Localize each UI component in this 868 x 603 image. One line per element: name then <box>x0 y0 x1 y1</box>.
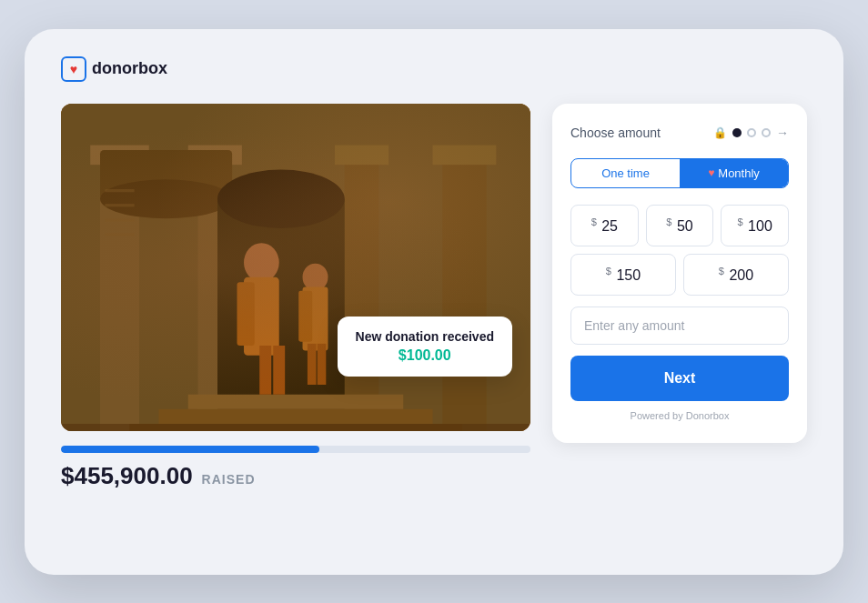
svg-rect-32 <box>105 233 134 236</box>
svg-rect-13 <box>188 394 404 408</box>
raised-label: RAISED <box>202 472 256 487</box>
notification-amount: $100.00 <box>356 347 494 364</box>
currency-symbol-2: $ <box>666 216 671 227</box>
progress-section: $455,900.00 RAISED <box>61 446 530 490</box>
raised-amount: $455,900.00 RAISED <box>61 462 530 490</box>
svg-rect-14 <box>159 408 433 423</box>
amount-value-150: 150 <box>616 267 641 283</box>
svg-rect-17 <box>244 276 279 355</box>
monthly-button[interactable]: ♥ Monthly <box>680 159 788 187</box>
amount-grid-row1: $ 25 $ 50 $ 100 <box>570 205 789 246</box>
svg-rect-26 <box>318 343 327 384</box>
arrow-right-icon: → <box>776 126 789 140</box>
svg-rect-27 <box>61 424 530 431</box>
svg-rect-15 <box>129 424 462 431</box>
step-dot-2 <box>747 128 756 137</box>
donation-panel: Choose amount 🔒 → One time ♥ Monthly <box>552 104 807 444</box>
svg-rect-8 <box>433 145 497 165</box>
svg-rect-31 <box>105 218 134 221</box>
amount-grid-row2: $ 150 $ 200 <box>570 254 789 296</box>
svg-rect-23 <box>303 286 328 350</box>
svg-rect-25 <box>308 343 317 384</box>
step-dot-1 <box>732 128 742 137</box>
progress-bar-fill <box>61 446 319 453</box>
powered-by: Powered by Donorbox <box>570 410 789 421</box>
svg-point-22 <box>303 263 328 290</box>
lock-icon: 🔒 <box>713 126 727 139</box>
custom-amount-input[interactable] <box>570 307 789 345</box>
amount-button-200[interactable]: $ 200 <box>683 254 789 296</box>
svg-rect-21 <box>239 296 251 331</box>
next-button[interactable]: Next <box>570 356 789 401</box>
one-time-button[interactable]: One time <box>571 159 680 187</box>
campaign-image: New donation received $100.00 <box>61 104 530 431</box>
amount-button-25[interactable]: $ 25 <box>570 205 639 246</box>
monks-scene-bg <box>61 104 530 431</box>
svg-rect-4 <box>188 145 242 165</box>
notification-title: New donation received <box>356 329 494 344</box>
svg-rect-29 <box>105 189 134 192</box>
svg-rect-1 <box>100 150 139 431</box>
logo-text: donorbox <box>92 59 167 78</box>
monks-svg <box>61 104 530 431</box>
donation-notification: New donation received $100.00 <box>338 317 512 377</box>
svg-point-10 <box>100 179 231 218</box>
step-dot-3 <box>762 128 771 137</box>
svg-rect-3 <box>198 150 233 431</box>
monthly-label: Monthly <box>718 166 760 180</box>
svg-rect-6 <box>335 145 389 165</box>
logo-heart-icon: ♥ <box>70 63 77 75</box>
amount-value-25: 25 <box>601 218 618 234</box>
svg-rect-18 <box>237 282 255 346</box>
amount-value-50: 50 <box>677 218 693 234</box>
amount-value-200: 200 <box>729 267 753 283</box>
currency-symbol-1: $ <box>591 216 597 227</box>
left-panel: New donation received $100.00 $455,900.0… <box>61 104 530 490</box>
svg-rect-24 <box>298 290 312 341</box>
svg-point-16 <box>244 243 279 282</box>
svg-rect-11 <box>217 198 345 430</box>
currency-symbol-4: $ <box>606 266 611 276</box>
currency-symbol-3: $ <box>738 216 743 227</box>
amount-button-150[interactable]: $ 150 <box>570 254 676 296</box>
amount-value-100: 100 <box>748 218 772 234</box>
svg-point-12 <box>217 169 345 228</box>
main-content: New donation received $100.00 $455,900.0… <box>61 104 807 490</box>
progress-bar-container <box>61 446 530 453</box>
svg-rect-0 <box>61 104 530 431</box>
logo: ♥ donorbox <box>61 56 167 82</box>
svg-rect-9 <box>100 150 232 199</box>
svg-rect-20 <box>273 346 285 395</box>
amount-button-50[interactable]: $ 50 <box>646 205 714 246</box>
step-indicators: 🔒 → <box>713 126 789 140</box>
device-frame: ♥ donorbox <box>25 29 843 575</box>
svg-rect-2 <box>90 145 149 165</box>
svg-rect-5 <box>345 150 379 431</box>
heart-icon: ♥ <box>708 166 714 179</box>
raised-value: $455,900.00 <box>61 462 193 490</box>
currency-symbol-5: $ <box>719 266 724 276</box>
svg-rect-30 <box>105 204 134 206</box>
step-title: Choose amount <box>570 126 661 140</box>
header: ♥ donorbox <box>61 56 807 82</box>
frequency-toggle: One time ♥ Monthly <box>570 158 789 188</box>
svg-rect-28 <box>61 104 530 431</box>
logo-icon: ♥ <box>61 56 86 82</box>
amount-button-100[interactable]: $ 100 <box>721 205 789 246</box>
step-header: Choose amount 🔒 → <box>570 126 789 140</box>
svg-rect-19 <box>259 346 271 395</box>
svg-rect-7 <box>442 150 486 431</box>
